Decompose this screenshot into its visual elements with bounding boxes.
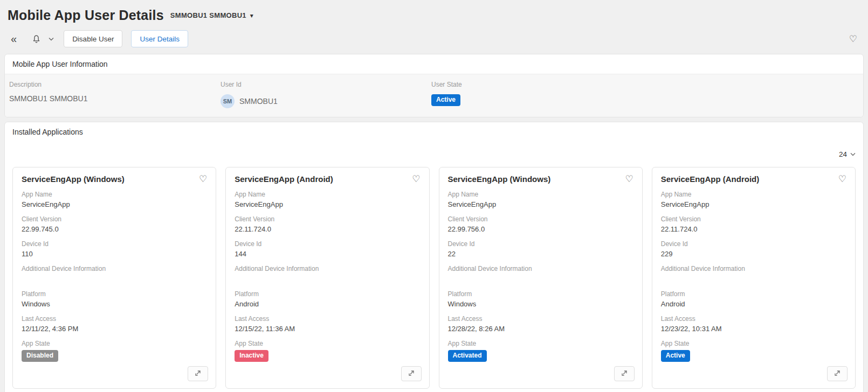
app-name-label: App Name xyxy=(22,191,207,198)
user-id-value: SMMOBU1 xyxy=(239,97,278,106)
last-access-label: Last Access xyxy=(235,315,420,323)
bell-chevron-down-icon[interactable] xyxy=(46,35,56,43)
app-state-badge: Inactive xyxy=(235,350,268,362)
open-record-arrow-icon xyxy=(621,369,628,379)
double-chevron-left-icon: « xyxy=(11,33,17,44)
page-header: Mobile App User Details SMMOBU1 SMMOBU1 … xyxy=(0,0,868,54)
favorite-heart-icon[interactable]: ♡ xyxy=(199,174,207,184)
open-record-arrow-icon xyxy=(194,369,202,379)
app-name-value: ServiceEngApp xyxy=(448,200,633,208)
device-id-label: Device Id xyxy=(448,240,633,248)
app-state-badge: Active xyxy=(661,350,690,362)
last-access-value: 12/11/22, 4:36 PM xyxy=(22,325,207,333)
app-name-label: App Name xyxy=(235,191,420,198)
platform-label: Platform xyxy=(661,290,846,298)
client-version-value: 22.11.724.0 xyxy=(235,225,420,233)
additional-info-label: Additional Device Information xyxy=(235,265,420,272)
device-id-label: Device Id xyxy=(22,240,207,248)
additional-info-value xyxy=(661,275,846,283)
app-name-value: ServiceEngApp xyxy=(661,200,846,208)
record-selector-dropdown[interactable]: SMMOBU1 SMMOBU1 ▾ xyxy=(170,11,253,19)
last-access-value: 12/23/22, 10:31 AM xyxy=(661,325,846,333)
favorite-heart-icon[interactable]: ♡ xyxy=(838,174,846,184)
notifications-control xyxy=(30,32,56,46)
platform-label: Platform xyxy=(235,290,420,298)
last-access-label: Last Access xyxy=(661,315,846,323)
last-access-label: Last Access xyxy=(22,315,207,323)
device-id-value: 229 xyxy=(661,250,846,258)
description-value: SMMOBU1 SMMOBU1 xyxy=(9,94,221,103)
user-id-label: User Id xyxy=(221,81,431,88)
app-name-value: ServiceEngApp xyxy=(235,200,420,208)
app-card-title: ServiceEngApp (Android) xyxy=(661,174,760,184)
app-card-title: ServiceEngApp (Windows) xyxy=(448,174,551,184)
client-version-label: Client Version xyxy=(235,215,420,223)
description-label: Description xyxy=(9,81,221,88)
description-field: Description SMMOBU1 SMMOBU1 xyxy=(9,81,221,108)
favorite-heart-icon[interactable]: ♡ xyxy=(412,174,420,184)
platform-label: Platform xyxy=(22,290,207,298)
device-id-value: 22 xyxy=(448,250,633,258)
avatar: SM xyxy=(221,94,235,108)
user-state-field: User State Active xyxy=(431,81,856,108)
app-state-label: App State xyxy=(448,340,633,347)
additional-info-label: Additional Device Information xyxy=(661,265,846,272)
device-id-label: Device Id xyxy=(235,240,420,248)
app-card-title: ServiceEngApp (Windows) xyxy=(22,174,125,184)
app-card: ServiceEngApp (Android) ♡ App Name Servi… xyxy=(225,167,429,389)
app-state-badge: Disabled xyxy=(22,350,58,362)
app-name-label: App Name xyxy=(448,191,633,198)
device-id-value: 144 xyxy=(235,250,420,258)
app-card: ServiceEngApp (Android) ♡ App Name Servi… xyxy=(652,167,856,389)
user-info-fields: Description SMMOBU1 SMMOBU1 User Id SM S… xyxy=(5,74,863,117)
user-info-section: Mobile App User Information Description … xyxy=(4,54,864,117)
user-info-section-title: Mobile App User Information xyxy=(5,54,863,74)
app-name-value: ServiceEngApp xyxy=(22,200,207,208)
record-selector-label: SMMOBU1 SMMOBU1 xyxy=(170,11,246,19)
client-version-value: 22.99.745.0 xyxy=(22,225,207,233)
open-record-button[interactable] xyxy=(827,366,848,381)
collapse-panel-button[interactable]: « xyxy=(9,31,19,46)
last-access-value: 12/15/22, 11:36 AM xyxy=(235,325,420,333)
additional-info-value xyxy=(22,275,207,283)
installed-apps-section: Installed Applications 24 ServiceEngApp … xyxy=(4,122,864,392)
favorite-heart-icon[interactable]: ♡ xyxy=(625,174,633,184)
app-name-label: App Name xyxy=(661,191,846,198)
platform-value: Windows xyxy=(22,300,207,308)
open-record-button[interactable] xyxy=(614,366,635,381)
platform-value: Android xyxy=(661,300,846,308)
platform-value: Android xyxy=(235,300,420,308)
chevron-down-icon xyxy=(850,152,856,156)
bell-icon[interactable] xyxy=(30,32,43,46)
app-card-title: ServiceEngApp (Android) xyxy=(235,174,333,184)
user-details-button[interactable]: User Details xyxy=(131,30,188,47)
app-card: ServiceEngApp (Windows) ♡ App Name Servi… xyxy=(439,167,643,389)
user-state-label: User State xyxy=(431,81,856,88)
client-version-value: 22.11.724.0 xyxy=(661,225,846,233)
additional-info-label: Additional Device Information xyxy=(448,265,633,272)
additional-info-label: Additional Device Information xyxy=(22,265,207,272)
device-id-value: 110 xyxy=(22,250,207,258)
platform-value: Windows xyxy=(448,300,633,308)
disable-user-button[interactable]: Disable User xyxy=(64,30,122,47)
app-card: ServiceEngApp (Windows) ♡ App Name Servi… xyxy=(12,167,216,389)
open-record-button[interactable] xyxy=(188,366,208,381)
app-state-label: App State xyxy=(22,340,207,347)
app-state-label: App State xyxy=(661,340,846,347)
card-count-value: 24 xyxy=(839,150,847,158)
open-record-button[interactable] xyxy=(401,366,422,381)
favorite-heart-icon[interactable]: ♡ xyxy=(849,34,857,44)
device-id-label: Device Id xyxy=(661,240,846,248)
platform-label: Platform xyxy=(448,290,633,298)
app-state-badge: Activated xyxy=(448,350,487,362)
app-cards-grid: ServiceEngApp (Windows) ♡ App Name Servi… xyxy=(9,167,859,389)
open-record-arrow-icon xyxy=(833,369,841,379)
additional-info-value xyxy=(235,275,420,283)
additional-info-value xyxy=(448,275,633,283)
card-count-dropdown[interactable]: 24 xyxy=(839,150,856,158)
client-version-label: Client Version xyxy=(448,215,633,223)
last-access-label: Last Access xyxy=(448,315,633,323)
app-state-label: App State xyxy=(235,340,420,347)
open-record-arrow-icon xyxy=(408,369,415,379)
page-title: Mobile App User Details xyxy=(8,8,164,23)
